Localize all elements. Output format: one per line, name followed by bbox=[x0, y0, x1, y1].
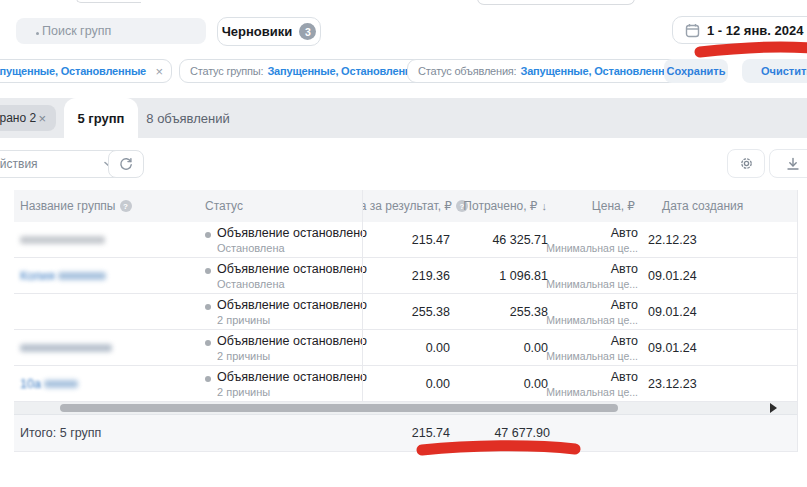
table-row: Объявление остановлено Остановлена 215.4… bbox=[14, 222, 797, 258]
ads-manager-screen: Черновики 3 1 - 12 янв. 2024 Запущенные,… bbox=[0, 0, 807, 487]
drafts-label: Черновики bbox=[222, 24, 293, 39]
refresh-button[interactable] bbox=[108, 150, 144, 178]
status-detail: Остановлена bbox=[217, 242, 285, 254]
status-text: Объявление остановлено bbox=[217, 370, 367, 384]
price-detail: Минимальная це... bbox=[546, 278, 638, 290]
status-dot-icon bbox=[205, 340, 211, 346]
status-text: Объявление остановлено bbox=[217, 334, 367, 348]
price-mode: Авто bbox=[611, 262, 638, 276]
column-header-price[interactable]: Цена, ₽ bbox=[592, 190, 635, 222]
download-icon bbox=[786, 157, 800, 171]
price-mode: Авто bbox=[611, 334, 638, 348]
group-name-link[interactable]: 10а bbox=[20, 377, 78, 391]
status-detail: 2 причины bbox=[217, 350, 270, 362]
export-button[interactable] bbox=[769, 149, 807, 178]
table-row: Объявление остановлено 2 причины 255.38 … bbox=[14, 294, 797, 330]
created-date: 22.12.23 bbox=[648, 233, 697, 247]
price-detail: Минимальная це... bbox=[546, 242, 638, 254]
spent-value: 1 096.81 bbox=[499, 269, 548, 283]
status-text: Объявление остановлено bbox=[217, 226, 367, 240]
status-dot-icon bbox=[205, 268, 211, 274]
spent-value: 46 325.71 bbox=[492, 233, 548, 247]
date-range-label: 1 - 12 янв. 2024 bbox=[707, 23, 803, 38]
status-text: Объявление остановлено bbox=[217, 262, 367, 276]
cpr-value: 0.00 bbox=[426, 341, 450, 355]
column-header-status: Статус bbox=[205, 190, 243, 222]
help-icon[interactable]: ? bbox=[120, 200, 132, 212]
price-mode: Авто bbox=[611, 370, 638, 384]
column-header-spent[interactable]: Потрачено, ₽ ↓ bbox=[463, 190, 547, 222]
cpr-value: 0.00 bbox=[426, 377, 450, 391]
totals-row: Итого: 5 групп 215.74 47 677.90 bbox=[14, 414, 797, 452]
scrollbar-thumb[interactable] bbox=[60, 404, 618, 412]
filter-chip-label: Статус объявления: bbox=[418, 65, 516, 77]
refresh-icon bbox=[119, 157, 133, 171]
table-header: Название группы ? Статус Цена за результ… bbox=[14, 190, 797, 222]
cpr-value: 215.47 bbox=[412, 233, 450, 247]
search-input-wrap bbox=[16, 18, 206, 44]
cropped-element-fragment bbox=[477, 0, 635, 5]
group-name-redacted[interactable] bbox=[20, 341, 112, 355]
table-row: 10а Объявление остановлено 2 причины 0.0… bbox=[14, 366, 797, 402]
created-date: 09.01.24 bbox=[648, 269, 697, 283]
sort-desc-icon: ↓ bbox=[542, 200, 548, 212]
scroll-right-icon[interactable] bbox=[770, 403, 777, 413]
price-detail: Минимальная це... bbox=[546, 386, 638, 398]
settings-button[interactable] bbox=[727, 149, 765, 178]
column-header-name[interactable]: Название группы ? bbox=[20, 190, 132, 222]
actions-label: Действия bbox=[0, 157, 38, 171]
status-detail: Остановлена bbox=[217, 278, 285, 290]
price-mode: Авто bbox=[611, 298, 638, 312]
spent-value: 0.00 bbox=[524, 377, 548, 391]
price-detail: Минимальная це... bbox=[546, 350, 638, 362]
filter-chip-label: Статус группы: bbox=[190, 65, 263, 77]
cpr-value: 255.38 bbox=[412, 305, 450, 319]
drafts-count-badge: 3 bbox=[299, 23, 316, 40]
status-dot-icon bbox=[205, 232, 211, 238]
save-filters-button[interactable]: Сохранить bbox=[664, 59, 728, 83]
table-row: Копия Объявление остановлено Остановлена… bbox=[14, 258, 797, 294]
tab-groups[interactable]: 5 групп bbox=[64, 98, 138, 138]
table-right-border bbox=[797, 190, 798, 452]
clear-filters-button[interactable]: Очистить bbox=[742, 59, 807, 83]
column-header-cpr[interactable]: Цена за результат, ₽ ? bbox=[362, 190, 468, 222]
created-date: 09.01.24 bbox=[648, 341, 697, 355]
created-date: 23.12.23 bbox=[648, 377, 697, 391]
search-input[interactable] bbox=[16, 24, 206, 38]
totals-spent: 47 677.90 bbox=[494, 426, 550, 440]
selection-chip-label: Выбрано 2 bbox=[0, 111, 36, 125]
cropped-element-fragment bbox=[76, 0, 141, 3]
created-date: 09.01.24 bbox=[648, 305, 697, 319]
group-name-link[interactable]: Копия bbox=[20, 269, 106, 283]
table-row: Объявление остановлено 2 причины 0.00 0.… bbox=[14, 330, 797, 366]
cpr-value: 219.36 bbox=[412, 269, 450, 283]
status-detail: 2 причины bbox=[217, 386, 270, 398]
filter-chip-value: Запущенные, Остановленные bbox=[267, 65, 426, 77]
close-icon[interactable]: × bbox=[38, 111, 46, 126]
price-mode: Авто bbox=[611, 226, 638, 240]
spent-value: 0.00 bbox=[524, 341, 548, 355]
filter-chip-campaign-status[interactable]: Запущенные, Остановленные × bbox=[0, 59, 172, 83]
drafts-button[interactable]: Черновики 3 bbox=[217, 17, 321, 46]
gear-icon bbox=[739, 156, 754, 171]
selection-chip[interactable]: Выбрано 2 × bbox=[0, 105, 56, 131]
horizontal-scrollbar[interactable] bbox=[14, 402, 797, 414]
status-text: Объявление остановлено bbox=[217, 298, 367, 312]
close-icon[interactable]: × bbox=[156, 64, 163, 79]
status-dot-icon bbox=[205, 304, 211, 310]
totals-cpr: 215.74 bbox=[412, 426, 450, 440]
search-icon bbox=[36, 32, 39, 35]
status-detail: 2 причины bbox=[217, 314, 270, 326]
date-range-picker[interactable]: 1 - 12 янв. 2024 bbox=[672, 16, 807, 44]
scrollable-headers: Цена за результат, ₽ ? Потрачено, ₽ ↓ Це… bbox=[362, 190, 797, 222]
price-detail: Минимальная це... bbox=[546, 314, 638, 326]
totals-label: Итого: 5 групп bbox=[20, 426, 101, 440]
column-header-created[interactable]: Дата создания bbox=[662, 190, 743, 222]
tab-ads[interactable]: 8 объявлений bbox=[140, 98, 236, 138]
filter-chip-ad-status[interactable]: Статус объявления: Запущенные, Остановле… bbox=[407, 59, 702, 83]
frozen-columns-divider bbox=[362, 190, 363, 402]
filter-chip-value: Запущенные, Остановленные bbox=[520, 65, 679, 77]
calendar-icon bbox=[685, 23, 700, 38]
status-dot-icon bbox=[205, 376, 211, 382]
group-name-redacted[interactable] bbox=[20, 233, 105, 247]
